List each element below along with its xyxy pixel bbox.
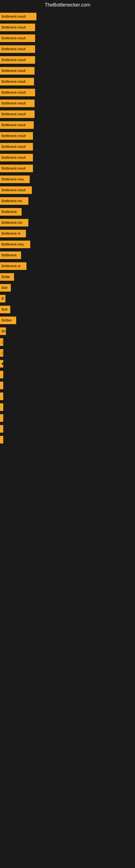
bar-row: Bottleneck re [0, 261, 135, 272]
bottleneck-bar: Bottleneck [0, 251, 21, 259]
bar-row: Bottleneck resu [0, 239, 135, 250]
bottleneck-bar: Bottleneck result [0, 89, 35, 96]
bar-label: Bottleneck res [2, 221, 22, 225]
bar-row: | [0, 347, 135, 358]
bar-row: ■ [0, 358, 135, 369]
bottleneck-bar: B [0, 295, 5, 303]
bar-label: Bo [2, 329, 6, 333]
bar-label: Bottleneck result [2, 166, 26, 170]
bottleneck-bar: Bottleneck result [0, 67, 35, 74]
bar-row: Bottleneck result [0, 76, 135, 87]
bottleneck-bar: Bottleneck result [0, 154, 33, 161]
bar-row: Bottleneck result [0, 22, 135, 33]
bar-label: Bottleneck result [2, 47, 26, 51]
bottleneck-bar: Bottleneck result [0, 56, 35, 64]
bar-row: Bottleneck result [0, 120, 135, 130]
bar-row: Bottleneck resu [0, 174, 135, 185]
bar-label: Bottleneck result [2, 112, 26, 116]
bottleneck-bar: Bottleneck result [0, 24, 35, 31]
bar-row [0, 369, 135, 380]
bar-row: Bottleneck res [0, 217, 135, 228]
bar-row [0, 380, 135, 391]
bar-label: Bottleneck result [2, 101, 26, 105]
bottleneck-bar: Bott [0, 306, 10, 313]
bar-label: Bottle [2, 275, 10, 279]
bottleneck-bar: Bottleneck result [0, 45, 35, 53]
bar-row: | [0, 337, 135, 347]
bar-label: Bottleneck result [2, 26, 26, 29]
bar-label: ■ [2, 362, 3, 366]
bar-row: Bottlen [0, 315, 135, 326]
bottleneck-bar [0, 371, 3, 378]
bar-label: Bottleneck result [2, 14, 26, 19]
bar-row [0, 402, 135, 412]
bottleneck-bar: Bottleneck resu [0, 176, 30, 183]
bar-row: Bottleneck result [0, 130, 135, 141]
bar-label: Bottleneck re [2, 231, 20, 236]
bar-label: Bottleneck result [2, 123, 26, 127]
bar-label: Bottleneck resu [2, 177, 24, 181]
bar-row: Bottleneck [0, 207, 135, 217]
bar-row: Bottleneck result [0, 11, 135, 22]
bottleneck-bar [0, 393, 3, 400]
bottleneck-bar: Bottleneck result [0, 111, 35, 118]
bar-row: Bottle [0, 272, 135, 282]
bottleneck-bar [0, 425, 3, 433]
bottleneck-bar: ■ [0, 360, 3, 368]
bottleneck-bar: | [0, 349, 3, 357]
bar-label: Bottleneck [2, 253, 17, 257]
bottleneck-bar: Bottleneck result [0, 13, 37, 20]
bar-label: | [2, 340, 2, 344]
site-title: TheBottlenecker.com [0, 0, 135, 10]
bottleneck-bar: Bottleneck [0, 208, 21, 216]
bar-row: Bottleneck result [0, 87, 135, 98]
bottleneck-bar: Bottleneck result [0, 143, 33, 151]
bottleneck-bar: Bott [0, 284, 11, 291]
bottleneck-bar: Bottleneck result [0, 34, 35, 42]
bar-row: Bottleneck result [0, 141, 135, 152]
bar-row: Bottleneck result [0, 65, 135, 76]
bars-container: Bottleneck resultBottleneck resultBottle… [0, 10, 135, 446]
bar-label: Bott [2, 308, 7, 311]
bar-row [0, 424, 135, 434]
bar-row: Bottleneck result [0, 185, 135, 195]
bar-row: Bo [0, 326, 135, 337]
bar-row: Bottleneck result [0, 109, 135, 120]
bottleneck-bar: Bottleneck result [0, 132, 33, 140]
bottleneck-bar: Bottleneck result [0, 78, 34, 86]
bottleneck-bar: Bottleneck res [0, 197, 28, 205]
bar-label: Bottleneck result [2, 156, 26, 159]
bottleneck-bar: Bottle [0, 273, 14, 281]
bottleneck-bar: Bottleneck res [0, 219, 28, 226]
bar-row: Bottleneck result [0, 55, 135, 65]
bottleneck-bar: Bottlen [0, 316, 16, 324]
bar-row [0, 434, 135, 445]
bar-row [0, 391, 135, 402]
bottleneck-bar [0, 414, 3, 422]
bar-label: Bottleneck result [2, 91, 26, 94]
bottleneck-bar: | [0, 338, 3, 346]
bar-row: Bottleneck result [0, 44, 135, 55]
bottleneck-bar [0, 403, 3, 411]
bar-label: Bottleneck result [2, 188, 26, 192]
bar-row: Bottleneck re [0, 228, 135, 239]
bottleneck-bar [0, 436, 3, 443]
bar-row: Bott [0, 304, 135, 315]
bar-row: Bottleneck result [0, 152, 135, 163]
bar-row: Bottleneck [0, 250, 135, 261]
bar-label: Bottleneck re [2, 264, 20, 268]
bar-row: Bottleneck res [0, 195, 135, 207]
bottleneck-bar: Bottleneck result [0, 99, 35, 107]
bar-row: B [0, 293, 135, 304]
bar-label: Bottleneck result [2, 145, 26, 149]
bottleneck-bar: Bo [0, 328, 6, 335]
bar-row: Bott [0, 282, 135, 293]
bar-label: Bottleneck result [2, 69, 26, 73]
bar-row [0, 412, 135, 424]
bar-label: Bottleneck result [2, 36, 26, 40]
bar-label: | [2, 351, 2, 355]
bottleneck-bar: Bottleneck result [0, 186, 32, 194]
bottleneck-bar: Bottleneck re [0, 262, 27, 270]
bottleneck-bar [0, 382, 3, 389]
bar-label: Bott [2, 286, 7, 290]
